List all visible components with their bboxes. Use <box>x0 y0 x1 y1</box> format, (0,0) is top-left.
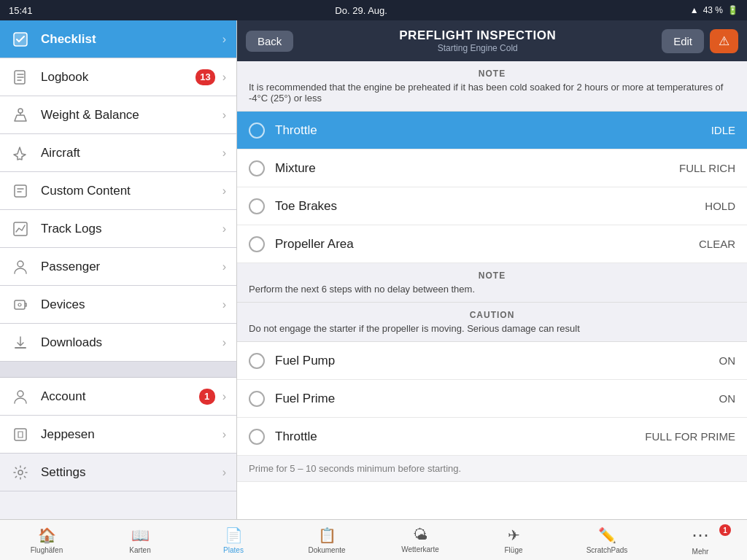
downloads-icon <box>10 332 31 353</box>
sidebar-item-custom-content[interactable]: Custom Content › <box>0 172 236 210</box>
checklist-item-toe-brakes[interactable]: Toe Brakes HOLD <box>237 187 747 225</box>
caution-title: CAUTION <box>249 310 735 320</box>
checklist-item-mixture[interactable]: Mixture FULL RICH <box>237 149 747 187</box>
item-value-propeller: CLEAR <box>699 238 735 250</box>
bottom-nav: 🏠 Flughäfen 📖 Karten 📄 Plates 📋 Dokument… <box>0 519 747 560</box>
karten-icon: 📖 <box>131 526 150 544</box>
page-title: PREFLIGHT INSPECTION <box>399 28 556 43</box>
checklist-item-fuel-prime[interactable]: Fuel Prime ON <box>237 380 747 418</box>
checklist-item-propeller[interactable]: Propeller Area CLEAR <box>237 225 747 263</box>
note-block-1: NOTE It is recommended that the engine b… <box>237 61 747 112</box>
chevron-icon: › <box>222 298 226 311</box>
item-circle-mixture <box>249 160 265 176</box>
note-title-1: NOTE <box>249 69 735 79</box>
item-label-throttle: Throttle <box>275 123 711 138</box>
scratchpads-icon: ✏️ <box>598 526 616 544</box>
nav-item-mehr[interactable]: 1 ⋯ Mehr <box>654 520 747 560</box>
wifi-icon: ▲ <box>690 5 699 15</box>
chevron-icon: › <box>222 109 226 122</box>
status-bar: 15:41 Do. 29. Aug. ▲ 43 % 🔋 <box>0 0 747 20</box>
nav-item-wetterkarte[interactable]: 🌤 Wetterkarte <box>374 520 467 560</box>
nav-item-scratchpads[interactable]: ✏️ ScratchPads <box>560 520 654 560</box>
main-content: Back PREFLIGHT INSPECTION Starting Engin… <box>237 20 747 560</box>
caution-text: Do not engage the starter if the propell… <box>249 323 735 334</box>
nav-item-karten[interactable]: 📖 Karten <box>93 520 187 560</box>
svg-point-2 <box>18 109 23 113</box>
nav-item-fluege[interactable]: ✈ Flüge <box>467 520 560 560</box>
alert-button[interactable]: ⚠ <box>710 29 738 53</box>
fluege-icon: ✈ <box>508 526 520 544</box>
note-text-1: It is recommended that the engine be pre… <box>249 82 735 104</box>
passenger-icon <box>10 257 31 277</box>
sidebar-label-checklist: Checklist <box>41 32 222 47</box>
jeppesen-icon <box>10 424 31 445</box>
top-bar-actions: Edit ⚠ <box>662 29 738 53</box>
nav-item-dokumente[interactable]: 📋 Dokumente <box>280 520 374 560</box>
sidebar-item-weight-balance[interactable]: Weight & Balance › <box>0 96 236 134</box>
chevron-icon: › <box>222 466 226 479</box>
caution-block: CAUTION Do not engage the starter if the… <box>237 303 747 342</box>
sidebar-item-account[interactable]: Account 1 › <box>0 378 236 416</box>
battery-icon: 🔋 <box>727 5 738 15</box>
title-block: PREFLIGHT INSPECTION Starting Engine Col… <box>399 28 556 53</box>
item-circle-toe-brakes <box>249 198 265 214</box>
svg-rect-11 <box>15 429 26 440</box>
wetterkarte-icon: 🌤 <box>413 526 427 543</box>
checklist-item-throttle2[interactable]: Throttle FULL FOR PRIME <box>237 418 747 456</box>
sidebar-label-settings: Settings <box>41 465 222 480</box>
sidebar-item-settings[interactable]: Settings › <box>0 454 236 491</box>
nav-item-plates[interactable]: 📄 Plates <box>187 520 280 560</box>
sidebar-label-jeppesen: Jeppesen <box>41 427 222 442</box>
item-value-toe-brakes: HOLD <box>705 200 735 212</box>
item-label-propeller: Propeller Area <box>275 237 699 252</box>
edit-button[interactable]: Edit <box>662 29 704 53</box>
account-badge: 1 <box>199 389 215 405</box>
sidebar-item-downloads[interactable]: Downloads › <box>0 324 236 362</box>
nav-label-dokumente: Dokumente <box>308 546 345 554</box>
sidebar-label-logbook: Logbook <box>41 70 196 85</box>
note-block-2: NOTE Perform the next 6 steps with no de… <box>237 263 747 303</box>
page-subtitle: Starting Engine Cold <box>399 43 556 53</box>
sidebar-item-track-logs[interactable]: Track Logs › <box>0 210 236 248</box>
track-logs-icon <box>10 219 31 239</box>
status-date: Do. 29. Aug. <box>335 5 387 16</box>
weight-icon <box>10 105 31 125</box>
checklist-item-throttle[interactable]: Throttle IDLE <box>237 112 747 149</box>
chevron-icon: › <box>222 71 226 84</box>
sidebar-item-devices[interactable]: Devices › <box>0 286 236 324</box>
item-circle-fuel-pump <box>249 353 265 369</box>
item-value-mixture: FULL RICH <box>679 162 735 174</box>
devices-icon <box>10 295 31 315</box>
chevron-icon: › <box>222 260 226 273</box>
sidebar-item-checklist[interactable]: Checklist › <box>0 20 236 58</box>
svg-rect-4 <box>15 185 26 197</box>
nav-label-mehr: Mehr <box>692 548 709 556</box>
svg-point-12 <box>18 470 23 475</box>
sidebar-label-account: Account <box>41 389 199 404</box>
nav-item-flughafen[interactable]: 🏠 Flughäfen <box>0 520 93 560</box>
item-label-fuel-pump: Fuel Pump <box>275 354 719 368</box>
sidebar-item-passenger[interactable]: Passenger › <box>0 248 236 286</box>
sidebar-item-aircraft[interactable]: Aircraft › <box>0 134 236 172</box>
sidebar-label-wb: Weight & Balance <box>41 108 222 122</box>
sidebar-item-logbook[interactable]: Logbook 13 › <box>0 58 236 96</box>
item-circle-throttle <box>249 122 265 139</box>
nav-label-scratchpads: ScratchPads <box>587 546 628 554</box>
checklist-icon <box>10 29 31 50</box>
chevron-icon: › <box>222 184 226 198</box>
account-icon <box>10 386 31 407</box>
svg-point-10 <box>18 391 23 397</box>
flughafen-icon: 🏠 <box>38 526 56 544</box>
back-button[interactable]: Back <box>246 31 293 52</box>
checklist-item-fuel-pump[interactable]: Fuel Pump ON <box>237 342 747 380</box>
nav-label-wetterkarte: Wetterkarte <box>401 545 439 553</box>
aircraft-icon <box>10 143 31 163</box>
sidebar-label-custom: Custom Content <box>41 184 222 198</box>
sidebar-separator <box>0 362 236 378</box>
sidebar-item-jeppesen[interactable]: Jeppesen › <box>0 416 236 454</box>
item-value-fuel-prime: ON <box>719 392 736 405</box>
svg-point-6 <box>18 261 23 267</box>
chevron-icon: › <box>222 147 226 160</box>
item-label-throttle2: Throttle <box>275 429 645 444</box>
sidebar-label-tracklogs: Track Logs <box>41 222 222 236</box>
